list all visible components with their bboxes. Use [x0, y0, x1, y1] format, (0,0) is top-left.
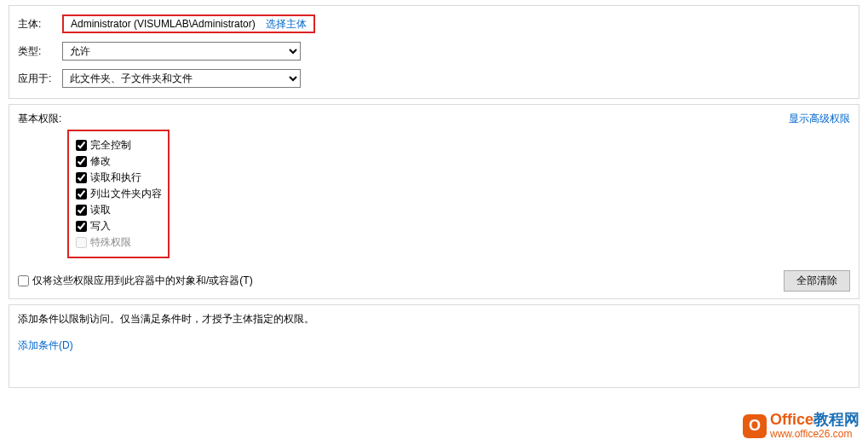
permission-checkbox[interactable]: [76, 172, 87, 183]
permissions-checkbox-group: 完全控制修改读取和执行列出文件夹内容读取写入特殊权限: [67, 130, 170, 258]
permission-item[interactable]: 修改: [76, 154, 161, 169]
permissions-title: 基本权限:: [18, 112, 61, 126]
type-label: 类型:: [18, 44, 62, 59]
permission-label: 特殊权限: [90, 235, 131, 250]
permissions-panel: 基本权限: 显示高级权限 完全控制修改读取和执行列出文件夹内容读取写入特殊权限 …: [9, 104, 859, 299]
permission-item[interactable]: 列出文件夹内容: [76, 187, 161, 201]
permission-item[interactable]: 读取和执行: [76, 170, 161, 185]
apply-only-checkbox[interactable]: [18, 275, 29, 286]
permission-checkbox: [76, 237, 87, 248]
permission-item[interactable]: 读取: [76, 203, 161, 217]
permission-label: 写入: [90, 219, 111, 234]
permission-label: 列出文件夹内容: [90, 187, 162, 201]
conditions-panel: 添加条件以限制访问。仅当满足条件时，才授予主体指定的权限。 添加条件(D): [9, 304, 859, 388]
permission-label: 完全控制: [90, 138, 131, 153]
permission-label: 修改: [90, 154, 111, 169]
permission-label: 读取: [90, 203, 111, 217]
apply-only-row: 仅将这些权限应用到此容器中的对象和/或容器(T) 全部清除: [18, 270, 850, 292]
permissions-header: 基本权限: 显示高级权限: [18, 112, 850, 126]
apply-to-select[interactable]: 此文件夹、子文件夹和文件: [62, 69, 301, 88]
type-select[interactable]: 允许: [62, 42, 301, 61]
permission-item[interactable]: 写入: [76, 219, 161, 234]
permission-checkbox[interactable]: [76, 140, 87, 151]
select-principal-link[interactable]: 选择主体: [266, 17, 307, 32]
permission-item[interactable]: 完全控制: [76, 138, 161, 153]
principal-name: Administrator (VISUMLAB\Administrator): [71, 18, 256, 30]
permission-checkbox[interactable]: [76, 156, 87, 167]
watermark: O Office教程网 www.office26.com: [743, 412, 859, 440]
office-logo-icon: O: [743, 414, 767, 438]
principal-panel: 主体: Administrator (VISUMLAB\Administrato…: [9, 5, 859, 99]
principal-label: 主体:: [18, 17, 62, 32]
apply-to-label: 应用于:: [18, 72, 62, 86]
watermark-brand: Office教程网: [770, 412, 859, 429]
type-row: 类型: 允许: [18, 42, 850, 61]
permission-checkbox[interactable]: [76, 221, 87, 232]
show-advanced-permissions-link[interactable]: 显示高级权限: [789, 112, 850, 126]
principal-row: 主体: Administrator (VISUMLAB\Administrato…: [18, 14, 850, 33]
conditions-text: 添加条件以限制访问。仅当满足条件时，才授予主体指定的权限。: [18, 312, 850, 327]
watermark-url: www.office26.com: [770, 429, 859, 440]
clear-all-button[interactable]: 全部清除: [784, 270, 850, 292]
apply-to-row: 应用于: 此文件夹、子文件夹和文件: [18, 69, 850, 88]
principal-highlight-box: Administrator (VISUMLAB\Administrator) 选…: [62, 14, 315, 33]
permission-checkbox[interactable]: [76, 205, 87, 216]
permission-label: 读取和执行: [90, 170, 141, 185]
apply-only-text: 仅将这些权限应用到此容器中的对象和/或容器(T): [32, 274, 253, 288]
permission-checkbox[interactable]: [76, 188, 87, 199]
permission-item: 特殊权限: [76, 235, 161, 250]
add-condition-link[interactable]: 添加条件(D): [18, 339, 73, 351]
apply-only-label[interactable]: 仅将这些权限应用到此容器中的对象和/或容器(T): [18, 274, 253, 288]
